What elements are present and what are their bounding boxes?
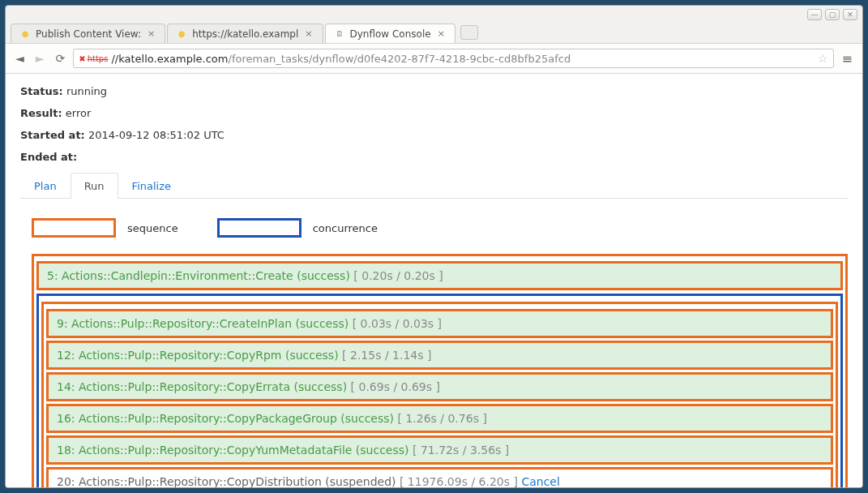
result-line: Result: error <box>20 107 848 119</box>
flow-step[interactable]: 5: Actions::Candlepin::Environment::Crea… <box>36 261 843 290</box>
tab-title: Dynflow Console <box>350 28 431 40</box>
browser-tab[interactable]: ● https://katello.exampl × <box>167 24 323 43</box>
sequence-block: 5: Actions::Candlepin::Environment::Crea… <box>32 254 848 487</box>
tab-title: Publish Content View: <box>36 28 141 40</box>
browser-window: — ▢ ✕ ● Publish Content View: × ● https:… <box>5 5 863 488</box>
tab-finalize[interactable]: Finalize <box>118 173 185 199</box>
flow-step[interactable]: 9: Actions::Pulp::Repository::CreateInPl… <box>46 309 833 338</box>
browser-tabstrip: ● Publish Content View: × ● https://kate… <box>6 22 862 43</box>
tab-close-icon[interactable]: × <box>436 28 447 39</box>
ended-at-line: Ended at: <box>20 151 848 163</box>
url-text: //katello.example.com/foreman_tasks/dynf… <box>111 53 571 65</box>
flow-step[interactable]: 14: Actions::Pulp::Repository::CopyErrat… <box>46 372 833 401</box>
execution-flow: 5: Actions::Candlepin::Environment::Crea… <box>32 254 848 487</box>
tab-title: https://katello.exampl <box>192 28 298 40</box>
document-icon: 🗎 <box>334 28 345 40</box>
window-minimize-button[interactable]: — <box>807 9 822 20</box>
flow-step[interactable]: 16: Actions::Pulp::Repository::CopyPacka… <box>46 404 833 433</box>
tab-close-icon[interactable]: × <box>146 28 156 39</box>
legend-sequence-label: sequence <box>127 222 178 234</box>
page-content: Status: running Result: error Started at… <box>6 74 862 487</box>
flow-step[interactable]: 20: Actions::Pulp::Repository::CopyDistr… <box>46 467 833 487</box>
reload-button[interactable]: ⟳ <box>53 50 69 66</box>
window-controls: — ▢ ✕ <box>6 6 862 22</box>
bookmark-star-icon[interactable]: ☆ <box>818 52 828 65</box>
legend-concurrence-swatch <box>217 218 301 238</box>
legend-sequence-swatch <box>32 218 116 238</box>
browser-toolbar: ◄ ► ⟳ ✖https //katello.example.com/forem… <box>6 43 862 74</box>
tab-plan[interactable]: Plan <box>20 173 71 199</box>
sequence-block: 9: Actions::Pulp::Repository::CreateInPl… <box>41 302 838 487</box>
favicon-icon: ● <box>19 28 31 40</box>
url-bar[interactable]: ✖https //katello.example.com/foreman_tas… <box>73 49 833 68</box>
tab-close-icon[interactable]: × <box>303 28 314 39</box>
started-at-line: Started at: 2014-09-12 08:51:02 UTC <box>20 129 848 141</box>
hamburger-menu-icon[interactable]: ≡ <box>839 51 856 66</box>
browser-tab[interactable]: 🗎 Dynflow Console × <box>325 24 455 43</box>
window-close-button[interactable]: ✕ <box>843 9 857 20</box>
phase-tabs: Plan Run Finalize <box>20 173 848 199</box>
tab-run[interactable]: Run <box>71 173 118 199</box>
window-maximize-button[interactable]: ▢ <box>825 9 840 20</box>
favicon-icon: ● <box>176 28 187 40</box>
forward-button[interactable]: ► <box>32 50 48 66</box>
status-line: Status: running <box>20 85 848 97</box>
legend-concurrence-label: concurrence <box>313 222 378 234</box>
concurrence-block: 9: Actions::Pulp::Repository::CreateInPl… <box>36 294 843 487</box>
cancel-link[interactable]: Cancel <box>521 475 559 487</box>
browser-tab[interactable]: ● Publish Content View: × <box>11 24 165 43</box>
flow-step[interactable]: 12: Actions::Pulp::Repository::CopyRpm (… <box>46 341 833 370</box>
insecure-https-icon: ✖https <box>79 54 108 63</box>
new-tab-button[interactable] <box>460 25 478 40</box>
legend: sequence concurrence <box>32 218 848 238</box>
back-button[interactable]: ◄ <box>12 50 28 66</box>
flow-step[interactable]: 18: Actions::Pulp::Repository::CopyYumMe… <box>46 435 833 465</box>
